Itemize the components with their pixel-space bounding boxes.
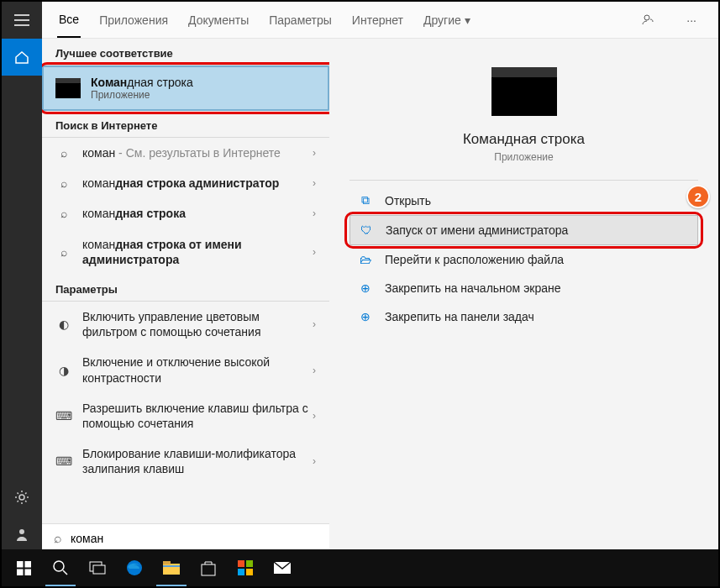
open-icon: ⧉ bbox=[356, 193, 375, 207]
search-icon: ⌕ bbox=[55, 207, 72, 220]
chevron-right-icon: › bbox=[313, 318, 316, 330]
tab-apps[interactable]: Приложения bbox=[97, 3, 170, 37]
settings-button[interactable] bbox=[2, 479, 42, 516]
action-pin-start[interactable]: ⊕Закрепить на начальном экране bbox=[349, 274, 698, 302]
pin-icon: ⊕ bbox=[356, 281, 375, 295]
chevron-right-icon: › bbox=[313, 246, 316, 258]
svg-point-2 bbox=[644, 15, 649, 20]
msstore-button[interactable] bbox=[227, 549, 264, 586]
section-params: Параметры bbox=[42, 275, 329, 302]
search-icon: ⌕ bbox=[55, 245, 72, 259]
action-open-location[interactable]: 🗁Перейти к расположению файла bbox=[349, 245, 698, 274]
svg-rect-14 bbox=[202, 564, 215, 575]
left-sidebar bbox=[2, 2, 42, 553]
tab-all[interactable]: Все bbox=[57, 3, 81, 38]
badge-2: 2 bbox=[686, 185, 710, 208]
tab-docs[interactable]: Документы bbox=[187, 3, 250, 37]
taskbar bbox=[2, 549, 718, 586]
more-button[interactable]: ··· bbox=[680, 10, 703, 30]
svg-rect-11 bbox=[163, 564, 180, 575]
keyboard-icon: ⌨ bbox=[55, 409, 72, 423]
action-open[interactable]: ⧉Открыть bbox=[349, 186, 698, 215]
profile-button[interactable] bbox=[2, 516, 42, 553]
results-list: Лучшее соответствие Командная строка При… bbox=[42, 39, 329, 553]
settings-result[interactable]: ◐Включить управление цветовым фильтром с… bbox=[42, 302, 329, 347]
palette-icon: ◐ bbox=[55, 318, 72, 331]
svg-rect-5 bbox=[17, 569, 24, 575]
search-icon: ⌕ bbox=[54, 531, 62, 546]
feedback-button[interactable] bbox=[634, 9, 663, 31]
settings-result[interactable]: ⌨Блокирование клавиши-молификатора залип… bbox=[42, 438, 329, 484]
tab-params[interactable]: Параметры bbox=[267, 3, 334, 37]
action-run-as-admin[interactable]: 🛡Запуск от имени администратора bbox=[349, 215, 698, 245]
svg-point-1 bbox=[19, 529, 24, 534]
search-icon: ⌕ bbox=[55, 146, 72, 160]
svg-rect-12 bbox=[163, 561, 171, 564]
home-button[interactable] bbox=[2, 39, 42, 76]
settings-result[interactable]: ⌨Разрешить включение клавиш фильтра с по… bbox=[42, 393, 329, 438]
tab-more[interactable]: Другие ▾ bbox=[422, 3, 472, 37]
action-pin-taskbar[interactable]: ⊕Закрепить на панели задач bbox=[349, 302, 698, 331]
chevron-right-icon: › bbox=[313, 455, 316, 467]
best-match-subtitle: Приложение bbox=[91, 89, 193, 101]
keyboard-icon: ⌨ bbox=[55, 454, 72, 468]
store-button[interactable] bbox=[190, 549, 227, 586]
preview-subtitle: Приложение bbox=[494, 151, 553, 163]
search-input[interactable] bbox=[71, 532, 318, 545]
web-result[interactable]: ⌕командная строка администратор› bbox=[42, 168, 329, 198]
edge-button[interactable] bbox=[116, 549, 153, 586]
svg-rect-15 bbox=[238, 560, 244, 567]
chevron-down-icon: ▾ bbox=[465, 13, 470, 27]
chevron-right-icon: › bbox=[313, 207, 316, 219]
best-match-item[interactable]: Командная строка Приложение bbox=[42, 66, 329, 111]
svg-rect-13 bbox=[163, 565, 180, 567]
hamburger-button[interactable] bbox=[2, 2, 42, 39]
taskview-button[interactable] bbox=[79, 549, 116, 586]
filter-tabs: Все Приложения Документы Параметры Интер… bbox=[42, 2, 718, 39]
svg-rect-17 bbox=[238, 569, 244, 575]
svg-rect-18 bbox=[246, 569, 253, 575]
preview-thumbnail bbox=[491, 67, 557, 116]
search-icon: ⌕ bbox=[55, 176, 72, 190]
web-result[interactable]: ⌕командная строка от имени администратор… bbox=[42, 229, 329, 275]
search-input-row: ⌕ bbox=[42, 523, 329, 553]
svg-rect-16 bbox=[246, 560, 253, 567]
folder-icon: 🗁 bbox=[356, 253, 375, 266]
settings-result[interactable]: ◑Включение и отключение высокой контраст… bbox=[42, 347, 329, 392]
explorer-button[interactable] bbox=[153, 549, 190, 586]
preview-pane: Командная строка Приложение ⧉Открыть 🛡За… bbox=[329, 39, 718, 553]
start-button[interactable] bbox=[5, 549, 42, 586]
chevron-right-icon: › bbox=[313, 177, 316, 189]
section-best-match: Лучшее соответствие bbox=[42, 39, 329, 66]
chevron-right-icon: › bbox=[313, 147, 316, 159]
pin-icon: ⊕ bbox=[356, 310, 375, 323]
svg-point-0 bbox=[19, 495, 24, 500]
preview-title: Командная строка bbox=[463, 131, 585, 148]
search-taskbar-button[interactable] bbox=[42, 549, 79, 586]
web-result[interactable]: ⌕коман - См. результаты в Интернете› bbox=[42, 138, 329, 168]
svg-rect-9 bbox=[93, 565, 105, 574]
section-web: Поиск в Интернете bbox=[42, 111, 329, 138]
mail-button[interactable] bbox=[264, 549, 301, 586]
chevron-right-icon: › bbox=[313, 365, 316, 376]
search-panel: Все Приложения Документы Параметры Интер… bbox=[42, 2, 718, 553]
tab-internet[interactable]: Интернет bbox=[350, 3, 405, 37]
cmd-icon bbox=[55, 78, 81, 98]
svg-point-7 bbox=[54, 561, 64, 571]
svg-rect-6 bbox=[24, 569, 31, 575]
svg-rect-3 bbox=[17, 561, 24, 568]
admin-icon: 🛡 bbox=[357, 223, 376, 237]
best-match-title: Командная строка bbox=[91, 76, 193, 89]
web-result[interactable]: ⌕командная строка› bbox=[42, 198, 329, 228]
chevron-right-icon: › bbox=[313, 410, 316, 422]
svg-rect-4 bbox=[24, 561, 31, 568]
contrast-icon: ◑ bbox=[55, 364, 72, 377]
